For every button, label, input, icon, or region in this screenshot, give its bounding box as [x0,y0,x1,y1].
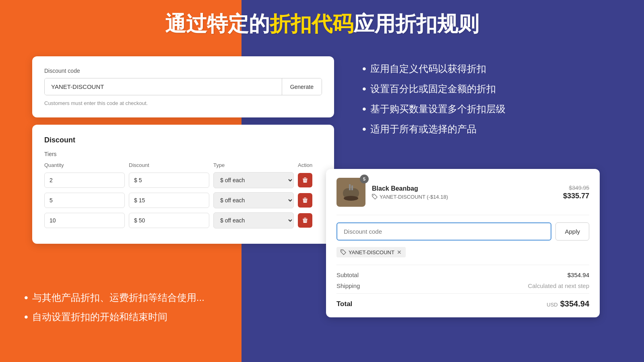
tier-row-3: $ off each % off each [44,212,322,228]
product-info: Black Beanbag YANET-DISCOUNT (-$14.18) [372,185,557,200]
svg-rect-4 [303,219,308,220]
discount-code-input-row: Generate [44,78,322,95]
bullets-bottom-section: 与其他产品折扣、运费折扣等结合使用... 自动设置折扣的开始和结束时间 [24,291,204,330]
discounted-price: $335.77 [563,192,589,200]
trash-icon [302,218,308,223]
tier-1-delete-button[interactable] [298,173,312,187]
apply-button[interactable]: Apply [555,222,589,241]
tier-row-1: $ off each % off each [44,172,322,188]
beanbag-image [341,182,361,202]
applied-code-text: YANET-DISCOUNT [349,249,394,255]
tier-2-quantity[interactable] [44,193,125,208]
subtotal-value: $354.94 [568,272,589,278]
col-action: Action [298,162,322,168]
checkout-discount-input[interactable] [336,222,551,241]
tiers-label: Tiers [44,151,322,157]
applied-tag-icon [341,249,346,255]
product-row: 5 Black Beanbag YANET-DISCOUNT (-$14.18)… [336,178,589,215]
svg-point-11 [342,251,343,251]
discount-section-title: Discount [44,136,322,144]
product-quantity-badge: 5 [360,175,369,183]
svg-rect-9 [351,185,353,190]
bullets-top-section: 应用自定义代码以获得折扣 设置百分比或固定金额的折扣 基于购买数量设置多个折扣层… [362,62,506,143]
total-row: Total USD $354.94 [336,293,589,309]
bullet-top-3: 基于购买数量设置多个折扣层级 [362,103,506,115]
shipping-row: Shipping Calculated at next step [336,282,589,289]
tier-2-delete-button[interactable] [298,193,312,208]
col-type: Type [213,162,294,168]
discount-code-input[interactable] [45,78,282,95]
tier-row-2: $ off each % off each [44,192,322,208]
generate-button[interactable]: Generate [282,78,322,95]
trash-icon [302,197,308,203]
code-hint: Customers must enter this code at checko… [44,100,322,106]
total-amount: $354.94 [560,299,589,309]
svg-rect-1 [304,178,306,179]
tier-3-delete-button[interactable] [298,213,312,228]
col-discount: Discount [129,162,209,168]
product-thumbnail-wrapper: 5 [336,178,365,207]
subtotal-label: Subtotal [336,272,359,278]
bullet-bottom-2: 自动设置折扣的开始和结束时间 [24,311,204,323]
tier-2-discount[interactable] [129,193,209,208]
applied-code-row: YANET-DISCOUNT ✕ [336,247,589,257]
bullet-top-4: 适用于所有或选择的产品 [362,123,506,136]
subtotal-row: Subtotal $354.94 [336,272,589,278]
col-quantity: Quantity [44,162,125,168]
svg-rect-8 [349,184,351,190]
tiers-header: Quantity Discount Type Action [44,162,322,168]
bullets-bottom-list: 与其他产品折扣、运费折扣等结合使用... 自动设置折扣的开始和结束时间 [24,291,204,323]
bullets-top-list: 应用自定义代码以获得折扣 设置百分比或固定金额的折扣 基于购买数量设置多个折扣层… [362,62,506,136]
product-name: Black Beanbag [372,185,557,192]
svg-rect-5 [304,218,306,219]
tier-3-type[interactable]: $ off each % off each [213,212,294,228]
tier-3-discount[interactable] [129,213,209,228]
order-summary: Subtotal $354.94 Shipping Calculated at … [336,265,589,309]
bullet-bottom-1: 与其他产品折扣、运费折扣等结合使用... [24,291,204,304]
tiers-card: Discount Tiers Quantity Discount Type Ac… [32,125,334,244]
tier-1-quantity[interactable] [44,173,125,188]
header-section: 通过特定的折扣代码应用折扣规则 [0,0,644,48]
checkout-card: 5 Black Beanbag YANET-DISCOUNT (-$14.18)… [326,169,600,317]
bullet-top-2: 设置百分比或固定金额的折扣 [362,82,506,95]
product-price-col: $349.95 $335.77 [563,185,589,200]
discount-code-input-row: Apply [336,222,589,241]
page-title: 通过特定的折扣代码应用折扣规则 [165,10,479,38]
svg-rect-2 [303,199,308,200]
svg-rect-0 [303,179,308,179]
svg-rect-3 [304,198,306,199]
shipping-label: Shipping [336,282,360,289]
tier-1-discount[interactable] [129,173,209,188]
tier-3-quantity[interactable] [44,213,125,228]
applied-code-tag: YANET-DISCOUNT ✕ [336,247,406,257]
tier-1-type[interactable]: $ off each % off each [213,172,294,188]
total-label: Total [336,300,352,308]
product-discount-label: YANET-DISCOUNT (-$14.18) [372,194,557,200]
trash-icon [302,177,308,183]
svg-point-7 [344,196,358,201]
original-price: $349.95 [563,185,589,191]
bullet-top-1: 应用自定义代码以获得折扣 [362,62,506,75]
remove-code-button[interactable]: ✕ [397,249,402,255]
discount-code-card: Discount code Generate Customers must en… [32,56,334,117]
svg-point-10 [373,195,374,196]
total-value-wrapper: USD $354.94 [547,299,589,309]
shipping-value: Calculated at next step [528,282,589,289]
total-currency: USD [547,302,557,308]
tier-2-type[interactable]: $ off each % off each [213,192,294,208]
discount-code-label: Discount code [44,68,322,74]
tag-icon [372,194,378,200]
